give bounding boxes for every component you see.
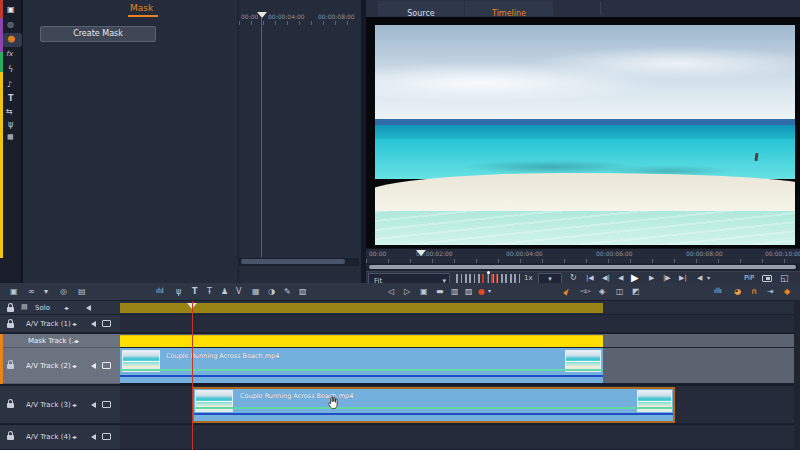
- monitor-icon[interactable]: [102, 433, 111, 440]
- split-tool-icon[interactable]: ◫: [616, 288, 624, 296]
- eye-icon[interactable]: ◂▸: [64, 305, 68, 311]
- magnet-icon[interactable]: ∩: [751, 288, 758, 296]
- audio-mixer-icon[interactable]: ◎: [60, 288, 67, 296]
- title-icon[interactable]: T: [8, 95, 13, 103]
- tab-mask[interactable]: Mask: [130, 3, 153, 13]
- step-forward-icon[interactable]: ▶: [649, 275, 654, 282]
- library-icon[interactable]: ▧: [299, 288, 307, 296]
- chevron-down-icon[interactable]: ▾: [707, 275, 710, 281]
- select-tool-icon[interactable]: ►: [561, 286, 572, 297]
- loop-icon[interactable]: ↻: [570, 274, 577, 282]
- jump-start-icon[interactable]: |◀: [586, 275, 594, 282]
- preview-zoom-scrollbar[interactable]: [368, 264, 798, 270]
- track-header-av4[interactable]: A/V Track (4) ◂▸: [0, 425, 120, 450]
- track-header-av3[interactable]: A/V Track (3) ◂▸: [0, 386, 120, 424]
- fx-icon[interactable]: fx: [6, 51, 13, 58]
- music-note-icon[interactable]: ♪: [7, 81, 12, 89]
- subproject-tool-icon[interactable]: ◩: [632, 288, 640, 296]
- title-tool-icon[interactable]: T: [192, 288, 197, 296]
- paint-tool-icon[interactable]: ✎: [284, 288, 291, 296]
- next-frame-icon[interactable]: |▶: [663, 275, 671, 282]
- track-header-mask[interactable]: Mask Track (... ◂▸: [0, 334, 120, 348]
- razor-icon[interactable]: ▬: [436, 288, 444, 296]
- transform-arrows-icon[interactable]: ⇆: [6, 108, 13, 116]
- sphere-icon[interactable]: ◍: [7, 21, 14, 29]
- lock-icon[interactable]: [7, 403, 14, 408]
- speaker-icon[interactable]: [88, 363, 96, 369]
- speaker-icon[interactable]: [88, 402, 96, 408]
- keyframe-icon[interactable]: V: [236, 288, 241, 296]
- speaker-icon[interactable]: [88, 321, 96, 327]
- lock-icon[interactable]: [7, 364, 14, 369]
- clip-av3-selected[interactable]: Couple Running Across Beach.mp4: [192, 387, 675, 423]
- create-mask-button[interactable]: Create Mask: [40, 26, 156, 42]
- mask-scrollbar-thumb[interactable]: [241, 259, 345, 264]
- clipboard-icon[interactable]: ▤: [78, 288, 86, 296]
- prev-frame-icon[interactable]: ◀|: [602, 275, 610, 282]
- monitor-icon[interactable]: [102, 362, 111, 369]
- smart-fit-icon[interactable]: ◕: [734, 288, 741, 296]
- track-options-icon[interactable]: ▾: [44, 288, 48, 296]
- camera-icon[interactable]: ▣: [7, 6, 15, 14]
- jump-end-icon[interactable]: ▶|: [679, 275, 687, 282]
- eye-icon[interactable]: ◂▸: [72, 402, 76, 408]
- audio-ducking-icon[interactable]: ıllı: [714, 288, 722, 295]
- editing-wizard-icon[interactable]: ◆: [784, 288, 790, 296]
- eye-icon[interactable]: ◂▸: [74, 338, 78, 344]
- delete-clip-icon[interactable]: ▥: [451, 288, 459, 296]
- monitor-icon[interactable]: [102, 401, 111, 408]
- mask-creator-icon[interactable]: ◑: [268, 288, 275, 296]
- subtitle-tool-icon[interactable]: Ŧ: [207, 288, 212, 296]
- mask-icon[interactable]: ☻: [7, 36, 15, 44]
- speaker-icon[interactable]: [83, 305, 91, 311]
- volume-icon[interactable]: ◀: [697, 275, 702, 282]
- mask-ruler-tickmarks[interactable]: [239, 21, 359, 25]
- multicam-icon[interactable]: ▨: [465, 288, 473, 296]
- lock-icon[interactable]: [7, 323, 14, 328]
- lane-av1[interactable]: [120, 315, 794, 333]
- list-icon[interactable]: ▤: [21, 304, 28, 311]
- speaker-icon[interactable]: [88, 434, 96, 440]
- mask-playhead-handle[interactable]: [257, 12, 267, 18]
- pip-window-icon[interactable]: [762, 275, 772, 282]
- insert-mode-icon[interactable]: ⇥: [767, 288, 774, 296]
- lock-icon[interactable]: [7, 307, 14, 312]
- mask-scrollbar-track[interactable]: [239, 258, 359, 266]
- waveform-icon[interactable]: ılıl: [156, 288, 164, 295]
- monitor-icon[interactable]: [102, 320, 111, 327]
- track-header-av1[interactable]: A/V Track (1) ◂▸: [0, 315, 120, 333]
- lane-av3[interactable]: Couple Running Across Beach.mp4: [120, 386, 794, 424]
- track-header-av2[interactable]: A/V Track (2) ◂▸: [0, 348, 120, 384]
- mark-in-icon[interactable]: ◁: [388, 288, 394, 296]
- step-back-icon[interactable]: ◀: [618, 275, 623, 282]
- preview-ruler[interactable]: 00:00 00:00:02:00 00:00:04:00 00:00:06:0…: [366, 248, 800, 263]
- snapshot-icon[interactable]: ▣: [420, 288, 428, 296]
- eye-icon[interactable]: ◂▸: [72, 434, 76, 440]
- narration-icon[interactable]: ψ: [176, 288, 181, 296]
- preview-zoom-scrollbar-thumb[interactable]: [369, 265, 796, 269]
- lane-mask[interactable]: [120, 334, 794, 348]
- jog-shuttle[interactable]: [456, 274, 520, 283]
- play-icon[interactable]: ▶: [631, 273, 639, 283]
- lane-solo[interactable]: [120, 301, 794, 315]
- tab-timeline[interactable]: Timeline: [465, 1, 553, 16]
- lane-av4[interactable]: [120, 425, 794, 450]
- storyboard-icon[interactable]: ▣: [10, 288, 18, 296]
- track-header-solo[interactable]: ▤ Solo ◂▸: [0, 301, 120, 315]
- mark-out-icon[interactable]: ▷: [404, 288, 410, 296]
- eye-icon[interactable]: ◂▸: [72, 363, 76, 369]
- timeline-vertical-scrollbar[interactable]: [794, 301, 800, 450]
- lightning-icon[interactable]: ϟ: [8, 66, 13, 74]
- lane-av2[interactable]: Couple Running Across Beach.mp4: [120, 348, 794, 384]
- fullscreen-icon[interactable]: ◱: [780, 274, 789, 283]
- transition-tool-icon[interactable]: ◈: [599, 288, 605, 296]
- jog-shuttle-marker[interactable]: [487, 271, 490, 274]
- record-icon[interactable]: ●: [478, 288, 485, 296]
- grid-icon[interactable]: ▦: [7, 134, 14, 141]
- timeline-playhead-line[interactable]: [192, 301, 193, 450]
- mask-playhead-line[interactable]: [261, 17, 262, 257]
- eye-icon[interactable]: ◂▸: [72, 321, 76, 327]
- microphone-icon[interactable]: ψ: [8, 121, 13, 129]
- multicam-grid-icon[interactable]: ▦: [252, 288, 260, 296]
- preview-playhead-handle[interactable]: [416, 250, 426, 256]
